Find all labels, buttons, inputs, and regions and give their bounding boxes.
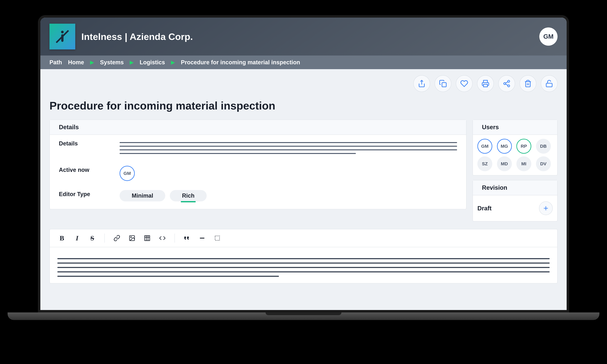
user-avatar[interactable]: MD [497, 156, 512, 171]
app-screen: Intelness | Azienda Corp. GM Path Home ▶… [40, 18, 567, 310]
svg-point-0 [61, 31, 64, 33]
code-button[interactable] [158, 234, 167, 243]
link-icon [114, 235, 120, 241]
active-now-label: Active now [59, 166, 114, 173]
table-button[interactable] [143, 234, 152, 243]
details-field-value [119, 139, 457, 157]
chevron-right-icon: ▶ [90, 59, 94, 65]
unlock-button[interactable] [541, 75, 557, 92]
editor-type-minimal[interactable]: Minimal [119, 190, 165, 201]
print-icon [482, 80, 489, 88]
editor-type-label: Editor Type [59, 190, 114, 197]
editor-type-rich[interactable]: Rich [170, 190, 207, 201]
select-all-icon [214, 235, 221, 241]
rich-editor: B I S [50, 229, 557, 284]
select-all-button[interactable] [213, 234, 222, 243]
italic-button[interactable]: I [73, 234, 82, 243]
delete-button[interactable] [520, 75, 536, 92]
users-panel: Users GMMGRPDBSZMDMIDV [473, 119, 557, 175]
user-avatar[interactable]: MI [516, 156, 531, 171]
export-icon [418, 80, 426, 88]
quote-button[interactable] [182, 234, 192, 243]
svg-point-17 [131, 237, 132, 238]
user-avatar[interactable]: DV [536, 156, 551, 171]
active-now-user-avatar[interactable]: GM [119, 166, 135, 181]
user-avatar[interactable]: DB [536, 139, 551, 154]
minus-icon [199, 235, 205, 241]
copy-icon [439, 80, 447, 88]
unlock-icon [545, 80, 553, 88]
user-avatar[interactable]: RP [516, 139, 531, 154]
breadcrumb-item-logistics[interactable]: Logistics [140, 59, 165, 66]
svg-point-7 [504, 83, 506, 85]
favorite-button[interactable] [456, 75, 473, 92]
content-area: Procedure for incoming material inspecti… [40, 69, 567, 284]
user-avatar[interactable]: SZ [477, 156, 492, 171]
revision-status: Draft [477, 205, 491, 212]
quote-icon [184, 235, 190, 241]
svg-rect-23 [215, 236, 219, 240]
code-icon [159, 235, 166, 241]
image-button[interactable] [128, 234, 137, 243]
logo-icon [55, 29, 70, 44]
page-title: Procedure for incoming material inspecti… [50, 100, 557, 112]
editor-type-segmented: Minimal Rich [119, 190, 207, 201]
plus-icon [542, 205, 549, 212]
svg-rect-13 [546, 83, 552, 87]
svg-rect-18 [145, 236, 150, 241]
details-panel-heading: Details [50, 120, 466, 135]
heart-icon [460, 80, 468, 88]
users-panel-heading: Users [473, 120, 557, 135]
details-panel: Details Details Active now GM [50, 119, 466, 209]
chevron-right-icon: ▶ [171, 59, 175, 65]
svg-line-9 [506, 84, 508, 85]
user-avatar[interactable]: GM [477, 139, 492, 154]
copy-button[interactable] [435, 75, 451, 92]
breadcrumb-item-current: Procedure for incoming material inspecti… [181, 59, 300, 66]
current-user-avatar[interactable]: GM [539, 27, 557, 46]
trash-icon [524, 80, 532, 88]
add-revision-button[interactable] [539, 201, 553, 215]
breadcrumb-label: Path [50, 59, 62, 66]
users-grid: GMMGRPDBSZMDMIDV [473, 135, 557, 175]
image-icon [129, 235, 135, 241]
svg-point-6 [508, 80, 510, 82]
action-bar [50, 75, 557, 92]
export-button[interactable] [413, 75, 430, 92]
breadcrumb-item-systems[interactable]: Systems [100, 59, 124, 66]
user-avatar[interactable]: MG [497, 139, 512, 154]
app-title: Intelness | Azienda Corp. [81, 31, 193, 42]
divider-button[interactable] [198, 234, 207, 243]
svg-point-8 [508, 85, 510, 87]
breadcrumb-item-home[interactable]: Home [68, 59, 84, 66]
bold-button[interactable]: B [57, 234, 66, 243]
print-button[interactable] [477, 75, 494, 92]
table-icon [144, 235, 151, 241]
strikethrough-button[interactable]: S [88, 234, 97, 243]
svg-rect-5 [484, 84, 488, 87]
svg-rect-4 [442, 83, 446, 87]
app-logo[interactable] [50, 24, 75, 50]
editor-body[interactable] [50, 247, 557, 283]
laptop-base [8, 312, 599, 320]
app-header: Intelness | Azienda Corp. GM [40, 18, 567, 55]
editor-toolbar: B I S [50, 229, 557, 247]
breadcrumb: Path Home ▶ Systems ▶ Logistics ▶ Proced… [40, 55, 567, 69]
link-button[interactable] [112, 234, 121, 243]
share-icon [503, 80, 511, 88]
chevron-right-icon: ▶ [130, 59, 133, 65]
details-field-label: Details [59, 139, 114, 147]
revision-panel-heading: Revision [473, 180, 557, 195]
share-button[interactable] [498, 75, 515, 92]
svg-line-10 [506, 82, 508, 83]
revision-panel: Revision Draft [473, 180, 557, 221]
